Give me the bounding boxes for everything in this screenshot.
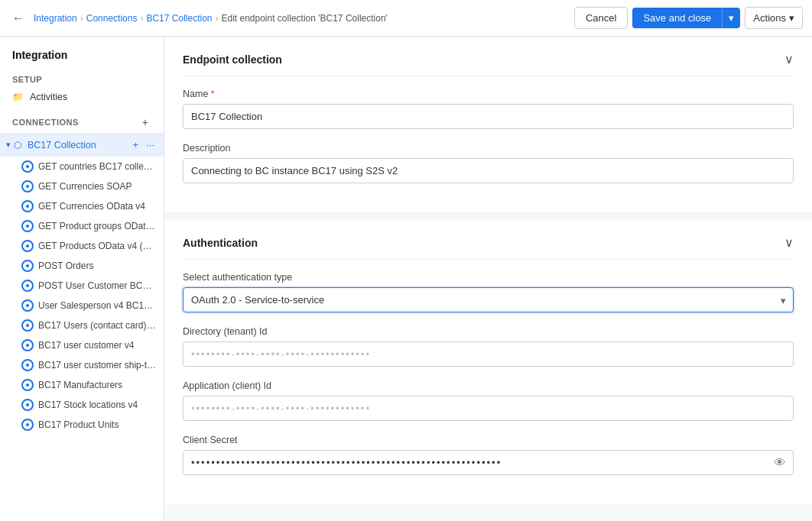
list-item[interactable]: GET Product groups OData... xyxy=(0,216,164,236)
main-content: Endpoint collection ∨ Name * Description… xyxy=(164,37,812,521)
sidebar-connections-header: Connections + xyxy=(0,107,164,133)
endpoint-label: GET countries BC17 collecti... xyxy=(38,161,157,172)
breadcrumb-connections[interactable]: Connections xyxy=(86,13,138,24)
endpoint-icon xyxy=(21,339,34,351)
endpoint-icon xyxy=(21,160,34,173)
list-item[interactable]: GET Currencies SOAP xyxy=(0,176,164,196)
back-icon: ← xyxy=(12,11,24,24)
list-item[interactable]: User Salesperson v4 BC17 c... xyxy=(0,296,164,316)
directory-input[interactable] xyxy=(183,341,794,367)
endpoint-label: User Salesperson v4 BC17 c... xyxy=(38,300,157,311)
list-item[interactable]: GET countries BC17 collecti... xyxy=(0,157,164,176)
authentication-section: Authentication ∨ Select authentication t… xyxy=(164,220,812,504)
actions-dropdown-icon: ▾ xyxy=(789,12,794,24)
endpoint-label: GET Currencies SOAP xyxy=(38,181,132,192)
section-divider xyxy=(164,212,812,218)
endpoints-list: GET countries BC17 collecti... GET Curre… xyxy=(0,157,164,435)
client-secret-field-group: Client Secret 👁 xyxy=(183,435,794,475)
add-endpoint-button[interactable]: + xyxy=(130,138,142,152)
sidebar-item-activities[interactable]: 📁 Activities xyxy=(0,87,164,107)
endpoint-icon xyxy=(21,379,34,391)
add-connection-button[interactable]: + xyxy=(139,115,151,130)
name-label: Name * xyxy=(183,89,794,99)
list-item[interactable]: GET Products OData v4 (BC... xyxy=(0,236,164,256)
list-item[interactable]: POST User Customer BC17... xyxy=(0,276,164,296)
list-item[interactable]: BC17 Stock locations v4 xyxy=(0,395,164,415)
activities-label: Activities xyxy=(30,92,67,102)
endpoint-icon xyxy=(21,359,34,371)
application-label: Application (client) Id xyxy=(183,380,794,391)
endpoint-icon xyxy=(21,419,34,431)
endpoint-label: GET Currencies OData v4 xyxy=(38,201,145,212)
endpoint-icon xyxy=(21,280,34,292)
description-field-group: Description xyxy=(183,143,794,183)
save-button-group: Save and close ▾ xyxy=(632,8,740,28)
more-options-button[interactable]: ··· xyxy=(143,138,158,152)
list-item[interactable]: POST Orders xyxy=(0,256,164,276)
save-dropdown-button[interactable]: ▾ xyxy=(722,8,740,28)
auth-section-toggle[interactable]: ∨ xyxy=(784,235,794,250)
collection-icon: ⬡ xyxy=(14,140,21,150)
auth-type-field-group: Select authentication type OAuth 2.0 - S… xyxy=(183,272,794,312)
collection-header[interactable]: ▾ ⬡ BC17 Collection + ··· xyxy=(0,133,164,157)
sidebar-setup-label: Setup xyxy=(0,67,164,87)
breadcrumb-sep-2: › xyxy=(140,13,143,24)
toggle-secret-visibility-button[interactable]: 👁 xyxy=(774,456,786,470)
endpoint-icon xyxy=(21,319,34,332)
endpoint-collection-header: Endpoint collection ∨ xyxy=(183,52,794,76)
endpoint-collection-section: Endpoint collection ∨ Name * Description xyxy=(164,37,812,212)
client-secret-input[interactable] xyxy=(183,450,794,475)
endpoint-label: POST Orders xyxy=(38,260,93,271)
endpoint-icon xyxy=(21,240,34,252)
save-and-close-button[interactable]: Save and close xyxy=(632,8,722,28)
application-input[interactable] xyxy=(183,396,794,421)
collection-action-buttons: + ··· xyxy=(130,138,158,152)
breadcrumb-current: Edit endpoint collection 'BC17 Collectio… xyxy=(221,13,387,24)
collapse-icon: ▾ xyxy=(6,140,11,150)
list-item[interactable]: BC17 Users (contact card) C... xyxy=(0,316,164,335)
name-input[interactable] xyxy=(183,104,794,129)
breadcrumb-sep-3: › xyxy=(215,13,218,24)
client-secret-label: Client Secret xyxy=(183,435,794,445)
endpoint-icon xyxy=(21,260,34,272)
endpoint-collection-toggle[interactable]: ∨ xyxy=(784,52,794,66)
breadcrumb-sep-1: › xyxy=(80,13,83,24)
client-secret-wrapper: 👁 xyxy=(183,450,794,475)
description-input[interactable] xyxy=(183,158,794,183)
endpoint-label: BC17 Manufacturers xyxy=(38,380,122,390)
auth-type-label: Select authentication type xyxy=(183,272,794,283)
endpoint-label: GET Products OData v4 (BC... xyxy=(38,241,157,251)
endpoint-icon xyxy=(21,399,34,411)
sidebar: Integration Setup 📁 Activities Connectio… xyxy=(0,37,164,521)
cancel-button[interactable]: Cancel xyxy=(574,7,628,29)
endpoint-icon xyxy=(21,200,34,212)
actions-button[interactable]: Actions ▾ xyxy=(745,7,803,29)
description-label: Description xyxy=(183,143,794,154)
breadcrumb-integration[interactable]: Integration xyxy=(34,13,77,24)
endpoint-icon xyxy=(21,180,34,193)
directory-field-group: Directory (tenant) Id xyxy=(183,326,794,367)
required-indicator: * xyxy=(208,89,214,99)
eye-icon: 👁 xyxy=(774,456,786,469)
endpoint-label: BC17 user customer ship-to... xyxy=(38,360,157,371)
list-item[interactable]: GET Currencies OData v4 xyxy=(0,196,164,216)
actions-label: Actions xyxy=(753,12,786,24)
connections-label: Connections xyxy=(12,118,79,127)
list-item[interactable]: BC17 Product Units xyxy=(0,415,164,435)
auth-type-select[interactable]: OAuth 2.0 - Service-to-service Basic Aut… xyxy=(183,287,794,312)
connections-actions: + xyxy=(139,115,151,130)
header-actions: Cancel Save and close ▾ Actions ▾ xyxy=(574,7,803,29)
endpoint-label: POST User Customer BC17... xyxy=(38,280,157,291)
dropdown-icon: ▾ xyxy=(729,12,734,24)
endpoint-label: BC17 Users (contact card) C... xyxy=(38,320,157,331)
directory-label: Directory (tenant) Id xyxy=(183,326,794,337)
list-item[interactable]: BC17 user customer v4 xyxy=(0,335,164,355)
endpoint-label: BC17 user customer v4 xyxy=(38,340,134,351)
list-item[interactable]: BC17 user customer ship-to... xyxy=(0,355,164,375)
endpoint-icon xyxy=(21,299,34,312)
breadcrumb-bc17[interactable]: BC17 Collection xyxy=(146,13,212,24)
back-button[interactable]: ← xyxy=(9,8,28,28)
list-item[interactable]: BC17 Manufacturers xyxy=(0,375,164,395)
endpoint-label: BC17 Stock locations v4 xyxy=(38,400,138,410)
endpoint-label: BC17 Product Units xyxy=(38,419,119,430)
